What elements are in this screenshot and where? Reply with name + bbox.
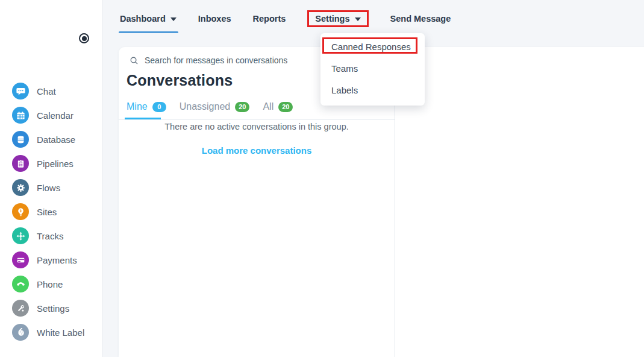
sidebar-item-pipelines[interactable]: Pipelines bbox=[12, 155, 84, 172]
main-area: Dashboard Inboxes Reports Settings Send … bbox=[102, 0, 644, 357]
tab-all[interactable]: All 20 bbox=[263, 101, 293, 112]
sidebar-item-payments[interactable]: Payments bbox=[12, 251, 84, 268]
database-icon bbox=[12, 131, 29, 148]
chevron-down-icon bbox=[355, 17, 361, 21]
count-badge: 20 bbox=[235, 102, 249, 112]
count-badge: 20 bbox=[278, 102, 293, 112]
clipboard-icon bbox=[12, 155, 29, 172]
nav-item-settings[interactable]: Settings bbox=[315, 14, 360, 24]
menu-item-canned-responses[interactable]: Canned Responses bbox=[320, 36, 425, 57]
arrows-icon bbox=[12, 227, 29, 244]
sidebar-menu: Chat Calendar Database Pipelines Flows bbox=[12, 83, 84, 341]
nav-item-label: Dashboard bbox=[120, 14, 166, 24]
sidebar-item-label: White Label bbox=[37, 327, 84, 338]
tab-unassigned[interactable]: Unassigned 20 bbox=[180, 101, 250, 112]
nav-item-send-message[interactable]: Send Message bbox=[390, 14, 451, 24]
chat-bubble-icon bbox=[12, 83, 29, 100]
lightbulb-icon bbox=[12, 203, 29, 220]
nav-item-dashboard[interactable]: Dashboard bbox=[120, 14, 177, 24]
tab-label: All bbox=[263, 101, 274, 112]
sidebar-item-settings[interactable]: Settings bbox=[12, 300, 84, 317]
calendar-icon bbox=[12, 107, 29, 124]
app-sidebar: Chat Calendar Database Pipelines Flows bbox=[0, 0, 102, 357]
nav-item-inboxes[interactable]: Inboxes bbox=[198, 14, 231, 24]
search-input[interactable] bbox=[145, 55, 325, 65]
record-indicator-icon[interactable] bbox=[79, 33, 89, 43]
top-navigation: Dashboard Inboxes Reports Settings Send … bbox=[102, 0, 644, 37]
tab-mine[interactable]: Mine 0 bbox=[127, 101, 166, 112]
palette-icon bbox=[12, 324, 29, 341]
sidebar-item-label: Calendar bbox=[37, 110, 73, 121]
nav-item-reports[interactable]: Reports bbox=[253, 14, 286, 24]
sidebar-item-tracks[interactable]: Tracks bbox=[12, 227, 84, 244]
sidebar-item-sites[interactable]: Sites bbox=[12, 203, 84, 220]
nav-item-label: Settings bbox=[315, 14, 349, 24]
credit-card-icon bbox=[12, 251, 29, 268]
tab-label: Unassigned bbox=[180, 101, 231, 112]
sidebar-item-white-label[interactable]: White Label bbox=[12, 324, 84, 341]
nav-item-label: Reports bbox=[253, 14, 286, 24]
tab-label: Mine bbox=[127, 101, 148, 112]
wrench-icon bbox=[12, 300, 29, 317]
sidebar-item-label: Payments bbox=[37, 255, 77, 265]
sidebar-item-phone[interactable]: Phone bbox=[12, 276, 84, 292]
sidebar-item-label: Sites bbox=[37, 207, 57, 217]
nav-item-label: Send Message bbox=[390, 14, 451, 24]
sidebar-item-label: Phone bbox=[37, 279, 63, 289]
sidebar-item-label: Tracks bbox=[37, 231, 63, 241]
menu-item-labels[interactable]: Labels bbox=[320, 79, 425, 101]
sidebar-item-label: Database bbox=[37, 134, 75, 145]
sidebar-item-calendar[interactable]: Calendar bbox=[12, 107, 84, 124]
sidebar-item-label: Settings bbox=[37, 303, 69, 314]
nav-item-label: Inboxes bbox=[198, 14, 231, 24]
sidebar-item-label: Flows bbox=[37, 183, 60, 193]
load-more-link[interactable]: Load more conversations bbox=[119, 145, 395, 156]
menu-item-teams[interactable]: Teams bbox=[320, 57, 425, 79]
phone-icon bbox=[12, 276, 29, 292]
sidebar-item-label: Chat bbox=[37, 86, 56, 96]
gear-icon bbox=[12, 179, 29, 196]
chevron-down-icon bbox=[170, 17, 177, 21]
empty-state-message: There are no active conversations in thi… bbox=[119, 122, 395, 131]
settings-dropdown-menu: Canned Responses Teams Labels bbox=[320, 33, 425, 106]
sidebar-item-chat[interactable]: Chat bbox=[12, 83, 84, 100]
sidebar-item-label: Pipelines bbox=[37, 159, 73, 169]
search-icon bbox=[130, 56, 139, 65]
sidebar-item-flows[interactable]: Flows bbox=[12, 179, 84, 196]
count-badge: 0 bbox=[152, 102, 166, 112]
sidebar-item-database[interactable]: Database bbox=[12, 131, 84, 148]
settings-highlight-box: Settings bbox=[307, 10, 368, 27]
